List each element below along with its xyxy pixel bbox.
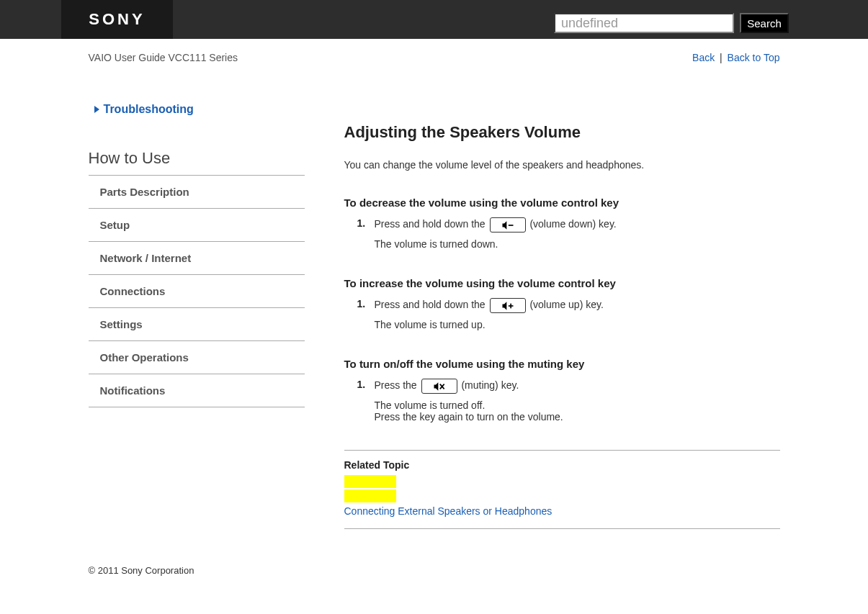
top-nav: VAIO User Guide VCC111 Series Back | Bac… xyxy=(89,39,780,63)
menu-item-network[interactable]: Network / Internet xyxy=(89,242,305,275)
menu-item-other[interactable]: Other Operations xyxy=(89,341,305,374)
breadcrumb: VAIO User Guide VCC111 Series xyxy=(89,52,238,63)
step-number: 1. xyxy=(357,379,369,394)
volume-down-key-icon xyxy=(490,217,526,232)
step-row: 1. Press the (muting) key. xyxy=(357,379,780,394)
menu-item-settings[interactable]: Settings xyxy=(89,308,305,341)
section-decrease: To decrease the volume using the volume … xyxy=(344,197,780,250)
step-result: The volume is turned down. xyxy=(375,238,780,250)
divider xyxy=(344,528,780,529)
step-number: 1. xyxy=(357,217,369,232)
top-links: Back | Back to Top xyxy=(692,52,779,63)
step-result: The volume is turned off. Press the key … xyxy=(375,399,780,423)
intro-text: You can change the volume level of the s… xyxy=(344,159,780,171)
highlight-bar xyxy=(344,475,396,488)
menu-item-connections[interactable]: Connections xyxy=(89,275,305,308)
troubleshooting-link[interactable]: Troubleshooting xyxy=(104,103,194,116)
divider xyxy=(344,450,780,451)
logo-text: SONY xyxy=(89,10,145,29)
section-title: To turn on/off the volume using the muti… xyxy=(344,358,780,370)
step-row: 1. Press and hold down the (volume down)… xyxy=(357,217,780,232)
section-title: To increase the volume using the volume … xyxy=(344,277,780,289)
page-title: Adjusting the Speakers Volume xyxy=(344,123,780,142)
back-to-top-link[interactable]: Back to Top xyxy=(728,52,780,63)
volume-up-key-icon xyxy=(490,298,526,313)
menu-header: How to Use xyxy=(89,149,305,176)
footer-copyright: © 2011 Sony Corporation xyxy=(89,565,780,576)
step-text: Press the (muting) key. xyxy=(375,379,519,394)
step-number: 1. xyxy=(357,298,369,313)
search-input[interactable] xyxy=(554,13,734,33)
mute-key-icon xyxy=(421,379,457,394)
section-title: To decrease the volume using the volume … xyxy=(344,197,780,209)
related-topic-title: Related Topic xyxy=(344,459,780,471)
sidebar: Troubleshooting How to Use Parts Descrip… xyxy=(89,103,305,529)
step-row: 1. Press and hold down the (volume up) k… xyxy=(357,298,780,313)
step-text: Press and hold down the (volume up) key. xyxy=(375,298,604,313)
menu-item-parts[interactable]: Parts Description xyxy=(89,176,305,209)
content: Adjusting the Speakers Volume You can ch… xyxy=(344,103,780,529)
sidebar-menu: Parts Description Setup Network / Intern… xyxy=(89,176,305,407)
arrow-right-icon xyxy=(94,106,99,113)
section-increase: To increase the volume using the volume … xyxy=(344,277,780,330)
header-bar: SONY Search xyxy=(0,0,868,39)
logo: SONY xyxy=(61,0,173,39)
step-text: Press and hold down the (volume down) ke… xyxy=(375,217,617,232)
highlight-bar xyxy=(344,489,396,502)
search-area: Search xyxy=(554,13,789,33)
menu-item-notifications[interactable]: Notifications xyxy=(89,374,305,407)
search-button[interactable]: Search xyxy=(740,13,789,33)
troubleshooting-link-row: Troubleshooting xyxy=(94,103,305,116)
menu-item-setup[interactable]: Setup xyxy=(89,209,305,242)
section-mute: To turn on/off the volume using the muti… xyxy=(344,358,780,423)
step-result: The volume is turned up. xyxy=(375,319,780,330)
back-link[interactable]: Back xyxy=(692,52,715,63)
svg-rect-2 xyxy=(510,303,511,308)
related-link[interactable]: Connecting External Speakers or Headphon… xyxy=(344,505,780,517)
svg-rect-0 xyxy=(508,225,513,226)
